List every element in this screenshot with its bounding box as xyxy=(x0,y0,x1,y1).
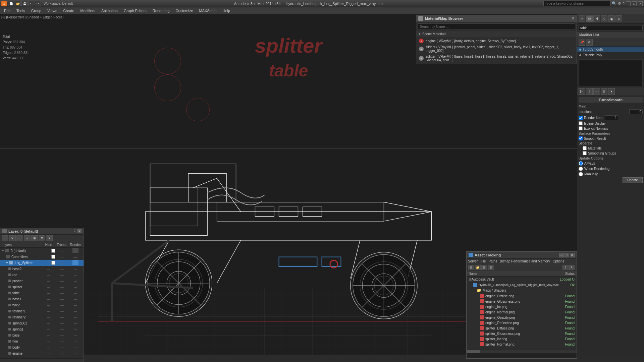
at-row-img-4[interactable]: engine_Normal.png Found xyxy=(467,309,577,315)
at-search-input-area[interactable] xyxy=(467,353,577,358)
ts-whenrendering-radio[interactable] xyxy=(579,167,583,171)
rp-display-icon[interactable]: ◉ xyxy=(608,15,615,22)
at-menu-options[interactable]: Options xyxy=(553,259,564,263)
menu-animation[interactable]: Animation xyxy=(99,8,120,13)
view-btn-5[interactable]: ▼ xyxy=(608,88,615,95)
open-btn[interactable]: 📂 xyxy=(15,1,21,6)
menu-graph-editors[interactable]: Graph Editors xyxy=(121,8,149,13)
layer-item-logsplitter[interactable]: ▼ Log_Splitter — xyxy=(0,260,84,266)
at-row-img-1[interactable]: engine_Diffuse.png Found xyxy=(467,293,577,299)
layers-delete-btn[interactable]: ✕ xyxy=(9,235,16,241)
menu-help[interactable]: Help xyxy=(220,8,233,13)
at-search-input[interactable] xyxy=(467,353,577,358)
at-btn-1[interactable]: ⊞ xyxy=(468,265,474,270)
modifier-config-btn[interactable]: ⚙ xyxy=(586,39,593,46)
ts-manually-radio[interactable] xyxy=(579,172,583,176)
mb-material-engine[interactable]: ● engine ( VRayMtl ) [body, details, eng… xyxy=(416,38,577,44)
view-btn-2[interactable]: | xyxy=(586,88,593,95)
close-btn[interactable]: ✕ xyxy=(638,1,643,6)
at-row-img-10[interactable]: splitter_Normal.png Found xyxy=(467,342,577,347)
layers-scroll[interactable]: ▼ 0 (default) — Controllers — — ▼ Lo xyxy=(0,248,84,358)
at-btn-refresh[interactable]: ↻ xyxy=(569,265,575,270)
layers-new-btn[interactable]: + xyxy=(2,235,8,241)
layer-item-default[interactable]: ▼ 0 (default) — xyxy=(0,248,84,254)
ts-renderiters-check[interactable] xyxy=(579,116,583,120)
ts-smoothgroups-check[interactable] xyxy=(583,151,587,155)
rp-motion-icon[interactable]: ▷ xyxy=(601,15,607,22)
at-btn-4[interactable]: ⊞ xyxy=(488,265,494,270)
layers-settings-btn[interactable]: ⚙ xyxy=(39,235,45,241)
layers-close-btn[interactable]: ✕ xyxy=(77,229,82,233)
help-icon[interactable]: ? xyxy=(623,2,625,6)
at-row-img-6[interactable]: engine_Reflection.png Found xyxy=(467,320,577,325)
undo-btn[interactable]: ↶ xyxy=(28,1,34,6)
modifier-search-input[interactable] xyxy=(579,25,643,31)
layer-item-hose2[interactable]: hose2 ——— xyxy=(0,266,84,272)
ts-update-button[interactable]: Update xyxy=(623,177,643,183)
layers-sort-btn[interactable]: ≡ xyxy=(24,235,31,241)
at-scroll[interactable]: ⊞ Autodesk Vault Logged O Hydraulic_Lumb… xyxy=(467,277,577,350)
layer-item-retainer1[interactable]: retainer1 ——— xyxy=(0,308,84,314)
layers-hscroll[interactable] xyxy=(0,358,84,362)
layer-item-tyre[interactable]: tyre ——— xyxy=(0,338,84,344)
at-menu-bitmap[interactable]: Bitmap Performance and Memory xyxy=(500,259,550,263)
options-icon[interactable]: ⚙ xyxy=(618,1,621,6)
layer-hide-default[interactable] xyxy=(51,249,55,253)
menu-maxscript[interactable]: MAXScript xyxy=(197,8,219,13)
mb-material-sliders[interactable]: ● sliders ( VRayMtl ) [control_panel, sl… xyxy=(416,44,577,54)
view-btn-4[interactable]: ⊞ xyxy=(601,88,607,95)
layer-item-hose1[interactable]: hose1 ——— xyxy=(0,296,84,302)
at-row-vault[interactable]: ⊞ Autodesk Vault Logged O xyxy=(467,277,577,282)
at-menu-file[interactable]: File xyxy=(480,259,486,263)
at-minimize-btn[interactable]: — xyxy=(559,253,564,257)
layer-item-retainer2[interactable]: retainer2 ——— xyxy=(0,314,84,320)
ts-materials-check[interactable] xyxy=(583,146,587,150)
menu-create[interactable]: Create xyxy=(60,8,77,13)
at-row-img-2[interactable]: engine_Glossiness.png Found xyxy=(467,299,577,304)
redo-btn[interactable]: ↷ xyxy=(35,1,41,6)
at-row-img-9[interactable]: splitter_lor.png Found xyxy=(467,336,577,342)
ts-renderiters-input[interactable] xyxy=(605,115,618,120)
layers-move-btn[interactable]: ↑ xyxy=(16,235,23,241)
ts-smooth-check[interactable] xyxy=(579,136,583,140)
mb-search-input[interactable] xyxy=(418,23,575,30)
at-maximize-btn[interactable]: □ xyxy=(565,253,569,257)
rp-create-icon[interactable]: ✦ xyxy=(579,15,585,22)
mb-material-splitter[interactable]: ● splitter ( VRayMtl ) [base, hose1, hos… xyxy=(416,54,577,63)
layer-item-spring002[interactable]: spring002 ——— xyxy=(0,320,84,326)
layers-lights-btn[interactable]: ☀ xyxy=(46,235,53,241)
view-btn-1[interactable]: |← xyxy=(579,88,585,95)
layer-item-body[interactable]: body ——— xyxy=(0,344,84,350)
at-row-maxfile[interactable]: Hydraulic_Lumberjack_Log_Splitter_Rigged… xyxy=(467,282,577,288)
view-btn-3[interactable]: →| xyxy=(593,88,600,95)
mb-close-btn[interactable]: ✕ xyxy=(571,16,575,21)
layers-filter-btn[interactable]: ⊞ xyxy=(31,235,38,241)
layer-item-engine[interactable]: engine ——— xyxy=(0,350,84,356)
at-menu-paths[interactable]: Paths xyxy=(489,259,497,263)
at-row-img-7[interactable]: splitter_Diffuse.png Found xyxy=(467,325,577,331)
menu-rendering[interactable]: Rendering xyxy=(150,8,172,13)
at-row-img-5[interactable]: engine_Opacity.png Found xyxy=(467,315,577,320)
ts-isoline-check[interactable] xyxy=(579,121,583,125)
at-row-img-3[interactable]: engine_lor.png Found xyxy=(467,304,577,309)
layer-item-pusher[interactable]: pusher ——— xyxy=(0,278,84,284)
rp-hierarchy-icon[interactable]: H xyxy=(593,15,600,22)
at-btn-help[interactable]: ? xyxy=(562,265,569,270)
menu-tools[interactable]: Tools xyxy=(14,8,28,13)
search-input[interactable] xyxy=(543,1,610,6)
at-btn-3[interactable]: ⊟ xyxy=(481,265,487,270)
maximize-btn[interactable]: □ xyxy=(632,1,637,6)
layer-item-controllers[interactable]: Controllers — — xyxy=(0,254,84,260)
layer-item-base[interactable]: base ——— xyxy=(0,332,84,338)
minimize-btn[interactable]: — xyxy=(626,1,631,6)
modifier-item-turbosmooth[interactable]: TurboSmooth xyxy=(577,47,644,52)
menu-views[interactable]: Views xyxy=(45,8,60,13)
ts-explicit-check[interactable] xyxy=(579,126,583,130)
layer-item-tyre2[interactable]: tyre2 ——— xyxy=(0,302,84,308)
ts-always-radio[interactable] xyxy=(579,161,583,166)
menu-group[interactable]: Group xyxy=(29,8,44,13)
at-btn-2[interactable]: 📁 xyxy=(475,265,481,270)
at-row-img-8[interactable]: splitter_Glossiness.png Found xyxy=(467,331,577,336)
menu-edit[interactable]: Edit xyxy=(1,8,13,13)
at-row-maps[interactable]: 📁 Maps / Shaders xyxy=(467,288,577,293)
